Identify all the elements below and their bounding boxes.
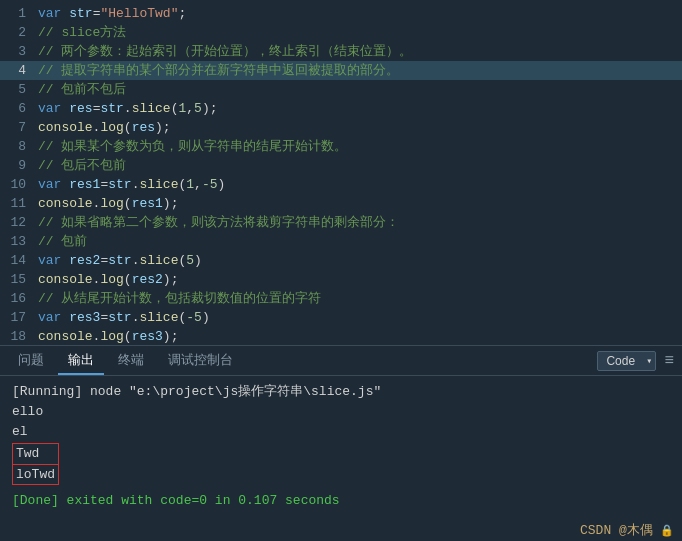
code-lines: 1 var str="HelloTwd"; 2 // slice方法 3 // …: [0, 0, 682, 345]
code-line-18: 18 console.log(res3);: [0, 327, 682, 345]
panel-area: 问题 输出 终端 调试控制台 Code ▾ ≡ [Running] node "…: [0, 345, 682, 541]
code-dropdown[interactable]: Code: [597, 351, 656, 371]
line-content-2: // slice方法: [38, 23, 126, 42]
terminal-output-el: el: [12, 422, 670, 442]
line-content-8: // 如果某个参数为负，则从字符串的结尾开始计数。: [38, 137, 347, 156]
tab-problems[interactable]: 问题: [8, 347, 54, 375]
code-editor: 1 var str="HelloTwd"; 2 // slice方法 3 // …: [0, 0, 682, 345]
code-line-13: 13 // 包前: [0, 232, 682, 251]
line-content-3: // 两个参数：起始索引（开始位置），终止索引（结束位置）。: [38, 42, 412, 61]
line-content-14: var res2=str.slice(5): [38, 251, 202, 270]
line-number-8: 8: [0, 137, 38, 156]
line-content-6: var res=str.slice(1,5);: [38, 99, 218, 118]
line-content-10: var res1=str.slice(1,-5): [38, 175, 225, 194]
code-line-7: 7 console.log(res);: [0, 118, 682, 137]
csdn-mark-text: CSDN @木偶: [580, 523, 653, 538]
line-number-16: 16: [0, 289, 38, 308]
line-number-18: 18: [0, 327, 38, 345]
code-line-12: 12 // 如果省略第二个参数，则该方法将裁剪字符串的剩余部分：: [0, 213, 682, 232]
code-line-5: 5 // 包前不包后: [0, 80, 682, 99]
line-content-1: var str="HelloTwd";: [38, 4, 186, 23]
terminal-output-twd: Twd: [13, 444, 58, 464]
line-content-9: // 包后不包前: [38, 156, 126, 175]
line-number-1: 1: [0, 4, 38, 23]
code-line-3: 3 // 两个参数：起始索引（开始位置），终止索引（结束位置）。: [0, 42, 682, 61]
code-line-15: 15 console.log(res2);: [0, 270, 682, 289]
line-content-11: console.log(res1);: [38, 194, 178, 213]
line-number-4: 4: [0, 61, 38, 80]
line-content-7: console.log(res);: [38, 118, 171, 137]
code-line-11: 11 console.log(res1);: [0, 194, 682, 213]
code-line-1: 1 var str="HelloTwd";: [0, 4, 682, 23]
code-line-16: 16 // 从结尾开始计数，包括裁切数值的位置的字符: [0, 289, 682, 308]
code-line-17: 17 var res3=str.slice(-5): [0, 308, 682, 327]
line-number-5: 5: [0, 80, 38, 99]
line-number-10: 10: [0, 175, 38, 194]
code-line-6: 6 var res=str.slice(1,5);: [0, 99, 682, 118]
line-number-2: 2: [0, 23, 38, 42]
line-number-14: 14: [0, 251, 38, 270]
line-content-16: // 从结尾开始计数，包括裁切数值的位置的字符: [38, 289, 321, 308]
terminal-running-line: [Running] node "e:\project\js操作字符串\slice…: [12, 382, 670, 402]
tab-debug-console[interactable]: 调试控制台: [158, 347, 243, 375]
terminal-done-line: [Done] exited with code=0 in 0.107 secon…: [12, 491, 670, 511]
tab-terminal[interactable]: 终端: [108, 347, 154, 375]
line-content-13: // 包前: [38, 232, 87, 251]
panel-menu-icon[interactable]: ≡: [664, 352, 674, 370]
line-number-17: 17: [0, 308, 38, 327]
line-number-12: 12: [0, 213, 38, 232]
watermark-icon: 🔒: [660, 525, 674, 537]
code-line-8: 8 // 如果某个参数为负，则从字符串的结尾开始计数。: [0, 137, 682, 156]
line-content-12: // 如果省略第二个参数，则该方法将裁剪字符串的剩余部分：: [38, 213, 399, 232]
line-content-18: console.log(res3);: [38, 327, 178, 345]
line-number-9: 9: [0, 156, 38, 175]
line-content-15: console.log(res2);: [38, 270, 178, 289]
line-content-4: // 提取字符串的某个部分并在新字符串中返回被提取的部分。: [38, 61, 682, 80]
panel-right-controls: Code ▾ ≡: [597, 351, 674, 371]
tab-output[interactable]: 输出: [58, 347, 104, 375]
terminal-output-ello: ello: [12, 402, 670, 422]
line-number-13: 13: [0, 232, 38, 251]
code-dropdown-wrapper[interactable]: Code ▾: [597, 351, 656, 371]
code-line-10: 10 var res1=str.slice(1,-5): [0, 175, 682, 194]
line-number-15: 15: [0, 270, 38, 289]
line-content-5: // 包前不包后: [38, 80, 126, 99]
highlight-box: Twd loTwd: [12, 443, 59, 485]
line-number-11: 11: [0, 194, 38, 213]
terminal-output-lotwd: loTwd: [13, 464, 58, 484]
panel-tabs: 问题 输出 终端 调试控制台 Code ▾ ≡: [0, 346, 682, 376]
code-line-14: 14 var res2=str.slice(5): [0, 251, 682, 270]
terminal-content: [Running] node "e:\project\js操作字符串\slice…: [0, 376, 682, 541]
line-number-6: 6: [0, 99, 38, 118]
code-line-9: 9 // 包后不包前: [0, 156, 682, 175]
line-number-3: 3: [0, 42, 38, 61]
code-line-4: 4 // 提取字符串的某个部分并在新字符串中返回被提取的部分。: [0, 61, 682, 80]
line-content-17: var res3=str.slice(-5): [38, 308, 210, 327]
csdn-watermark: CSDN @木偶 🔒: [580, 521, 674, 539]
code-line-2: 2 // slice方法: [0, 23, 682, 42]
line-number-7: 7: [0, 118, 38, 137]
